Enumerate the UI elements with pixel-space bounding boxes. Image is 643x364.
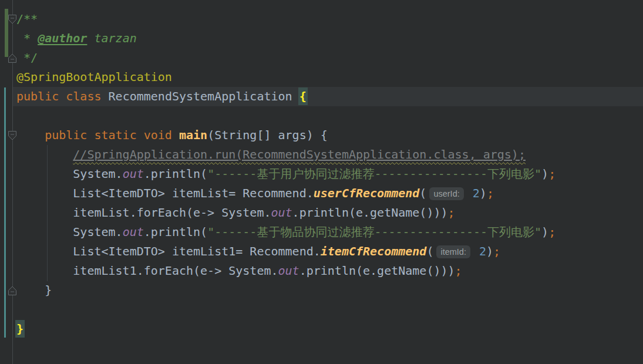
token-doctag: @author <box>38 31 87 45</box>
code-line[interactable]: } <box>13 281 643 300</box>
token-comment: //SpringApplication.run(RecommendSystemA… <box>73 147 526 161</box>
code-line[interactable]: * @author tarzan <box>13 29 643 48</box>
code-line[interactable]: itemList1.forEach(e-> System.out.println… <box>13 261 643 281</box>
token-def: .println(e.getName())) <box>299 264 455 278</box>
token-kw: public class <box>16 89 109 103</box>
code-line[interactable]: */ <box>13 48 643 68</box>
token-def <box>16 147 73 161</box>
token-doc: */ <box>16 50 38 65</box>
token-def: .println( <box>144 167 207 181</box>
dead-code-comment: //SpringApplication.run(RecommendSystemA… <box>73 147 526 161</box>
token-def: RecommendSystemApplication <box>109 89 299 103</box>
token-ann: @SpringBootApplication <box>16 70 172 84</box>
token-field: out <box>123 167 144 181</box>
token-def: itemList.forEach(e-> System. <box>16 205 271 220</box>
token-doc: * <box>16 31 38 45</box>
token-def: itemList1.forEach(e-> System. <box>16 264 278 278</box>
token-def: ) <box>541 225 548 239</box>
token-field: out <box>278 264 299 278</box>
code-line[interactable] <box>13 106 643 126</box>
token-def: ) <box>541 167 548 181</box>
code-line[interactable]: @SpringBootApplication <box>13 68 643 87</box>
code-line[interactable]: //SpringApplication.run(RecommendSystemA… <box>13 145 643 164</box>
code-line[interactable]: public static void main(String[] args) { <box>13 126 643 145</box>
inlay-hint-itemid: itemId: <box>436 245 470 258</box>
token-field: out <box>123 225 144 239</box>
token-str: "------基于用户协同过滤推荐----------------下列电影" <box>207 167 541 181</box>
token-semi: ; <box>455 264 462 278</box>
code-line[interactable]: /** <box>13 9 643 29</box>
token-def: (String[] args) { <box>207 128 328 142</box>
token-fn: main <box>179 128 207 142</box>
token-num: 2 <box>479 244 486 258</box>
code-line-current[interactable]: public class RecommendSystemApplication … <box>13 87 643 106</box>
code-lines: /** * @author tarzan */@SpringBootApplic… <box>0 9 643 339</box>
token-sm: itemCfRecommend <box>321 244 427 258</box>
code-line[interactable]: System.out.println("------基于物品协同过滤推荐----… <box>13 223 643 242</box>
token-def: ( <box>426 244 433 258</box>
token-docit: tarzan <box>87 31 136 45</box>
matched-brace-open: { <box>298 87 308 105</box>
code-line[interactable]: System.out.println("------基于用户协同过滤推荐----… <box>13 164 643 184</box>
token-def: ) <box>480 186 487 200</box>
token-def: List<ItemDTO> itemList1= Recommend. <box>16 244 321 258</box>
code-line[interactable] <box>13 300 643 319</box>
token-semi: ; <box>448 205 455 220</box>
code-line[interactable]: } <box>13 319 643 339</box>
code-editor: /** * @author tarzan */@SpringBootApplic… <box>0 0 643 364</box>
code-line[interactable]: itemList.forEach(e-> System.out.println(… <box>13 203 643 223</box>
token-def: System. <box>16 167 123 181</box>
token-def: } <box>16 283 52 297</box>
token-num: 2 <box>473 186 480 200</box>
token-semi: ; <box>487 186 494 200</box>
token-def <box>472 244 479 258</box>
token-def: ( <box>419 186 426 200</box>
token-def: ) <box>486 244 493 258</box>
token-str: "------基于物品协同过滤推荐----------------下列电影" <box>207 225 541 239</box>
inlay-hint-userid: userId: <box>429 187 463 200</box>
token-doc: /** <box>16 12 38 26</box>
token-sm: userCfRecommend <box>314 186 420 200</box>
token-semi: ; <box>548 167 556 181</box>
token-kw: public static void <box>16 128 179 142</box>
token-field: out <box>271 205 292 220</box>
token-def: System. <box>16 225 123 239</box>
code-line[interactable]: List<ItemDTO> itemList1= Recommend.itemC… <box>13 242 643 261</box>
token-def: .println( <box>144 225 207 239</box>
code-line[interactable]: List<ItemDTO> itemList= Recommend.userCf… <box>13 184 643 203</box>
token-def: List<ItemDTO> itemList= Recommend. <box>16 186 314 200</box>
token-def: .println(e.getName())) <box>292 205 448 220</box>
matched-brace-close: } <box>15 320 25 338</box>
token-semi: ; <box>493 244 500 258</box>
token-semi: ; <box>548 225 556 239</box>
token-def <box>466 186 473 200</box>
